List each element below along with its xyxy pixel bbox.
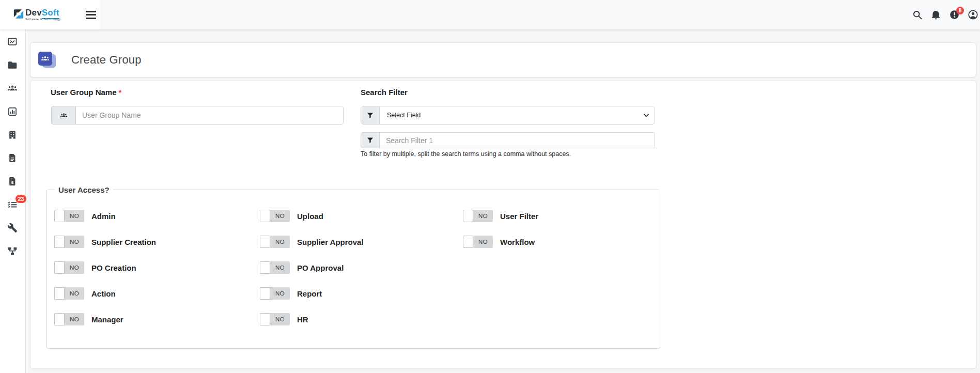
toggle-label: HR [297,315,308,324]
toggle-switch[interactable]: NO [260,261,290,274]
toggle-state-label: NO [65,316,84,322]
toggle-state-label: NO [270,239,290,245]
search-filter-input-group [361,132,655,148]
sidebar-item-invoices[interactable]: $ [7,176,18,186]
sidebar-item-documents[interactable] [7,153,18,163]
dashboard-icon [7,37,18,47]
user-group-name-input-group [51,106,344,125]
toggle-label: Supplier Creation [91,238,156,246]
toggle-knob [260,287,270,300]
bell-icon [930,9,941,20]
toggle-label: User Filter [500,212,538,221]
toggle-switch[interactable]: NO [54,313,84,325]
toggle-state-label: NO [270,290,290,297]
invoice-dollar-icon: $ [7,176,18,186]
toggle-knob [54,236,65,248]
toggle-knob [260,236,270,248]
toggle-label: Admin [91,212,116,221]
sidebar-item-hierarchy[interactable] [7,246,18,256]
tasks-count-badge: 23 [15,195,26,203]
toggle-switch[interactable]: NO [463,236,493,248]
building-icon [7,130,18,140]
sidebar-item-files[interactable] [7,60,18,70]
toggle-label: Action [91,289,116,298]
user-access-toggle-item: NO Action [54,287,260,300]
user-access-toggle-item: NO User Filter [463,210,660,222]
toggle-label: Upload [297,212,323,221]
sidebar-item-users[interactable] [7,83,18,94]
toggle-state-label: NO [270,213,290,219]
sidebar-item-company[interactable] [7,130,18,140]
user-access-toggle-item: NO PO Creation [54,261,260,274]
user-access-toggle-item: NO Upload [260,210,463,222]
alerts-button[interactable]: 8 [949,9,960,20]
document-icon [7,153,18,163]
user-access-toggle-item: NO Manager [54,313,260,325]
user-access-fieldset: User Access? NO Admin NO Upload NO User … [46,185,660,349]
user-access-toggle-item: NO Report [260,287,463,300]
hamburger-icon [86,11,96,12]
toggle-switch[interactable]: NO [463,210,493,222]
user-access-toggle-item: NO Supplier Approval [260,236,463,248]
user-group-name-addon [52,106,76,124]
brand-logo-text: DevSoft Software & Technology [25,8,61,21]
toggle-label: Report [297,289,322,298]
search-icon [912,9,923,20]
toggle-state-label: NO [65,265,84,271]
menu-toggle-button[interactable] [86,11,96,19]
user-access-toggle-item: NO Workflow [463,236,660,248]
topbar: DevSoft Software & Technology [0,0,980,29]
toggle-switch[interactable]: NO [260,287,290,300]
sidebar-item-tools[interactable] [7,223,18,233]
sidebar-item-tasks[interactable]: 23 [7,199,18,210]
toggle-switch[interactable]: NO [260,236,290,248]
toggle-switch[interactable]: NO [260,210,290,222]
users-icon [7,83,18,94]
toggle-switch[interactable]: NO [54,261,84,274]
toggle-knob [54,287,65,300]
brand-name-primary: Dev [25,8,42,18]
toggle-state-label: NO [270,265,290,271]
toggle-switch[interactable]: NO [54,287,84,300]
sidebar-item-reports[interactable] [7,106,18,117]
toggle-knob [463,236,473,248]
search-button[interactable] [912,9,923,20]
main-content: Create Group User Group Name* Search Fil… [26,29,980,373]
folder-icon [7,60,18,70]
search-filter-label: Search Filter [361,88,408,97]
user-group-name-input[interactable] [76,106,343,124]
toggle-switch[interactable]: NO [54,210,84,222]
search-filter-input[interactable] [380,133,655,148]
group-icon-badge [38,52,52,66]
topbar-actions: 8 [912,0,980,29]
sidebar-item-dashboard[interactable] [7,37,18,47]
toggle-label: Supplier Approval [297,238,364,246]
toggle-knob [54,261,65,274]
search-filter-select[interactable]: Select Field [380,106,655,124]
toggle-knob [54,210,65,222]
user-access-toggle-item: NO Admin [54,210,260,222]
toggle-switch[interactable]: NO [260,313,290,325]
toggle-state-label: NO [65,290,84,297]
toggle-knob [463,210,473,222]
toggle-knob [260,210,270,222]
user-access-row: NO Manager NO HR [54,313,660,325]
notifications-button[interactable] [930,9,941,20]
search-filter-select-group: Select Field [361,106,655,125]
user-access-grid: NO Admin NO Upload NO User Filter NO Sup… [54,210,660,325]
user-access-row: NO Action NO Report [54,287,660,300]
profile-button[interactable] [968,9,978,20]
toggle-knob [260,261,270,274]
user-group-name-label: User Group Name* [51,88,121,97]
brand-logo[interactable]: DevSoft Software & Technology [13,8,61,21]
user-access-row: NO Admin NO Upload NO User Filter [54,210,660,222]
group-icon [41,54,50,63]
filter-addon [361,106,380,124]
brand-tagline: Software & Technology [25,18,61,21]
user-access-row: NO Supplier Creation NO Supplier Approva… [54,236,660,248]
toggle-switch[interactable]: NO [54,236,84,248]
toggle-state-label: NO [270,316,290,322]
sidebar-nav: $ 23 [0,29,26,373]
sitemap-icon [7,246,18,256]
wrench-icon [7,223,18,233]
